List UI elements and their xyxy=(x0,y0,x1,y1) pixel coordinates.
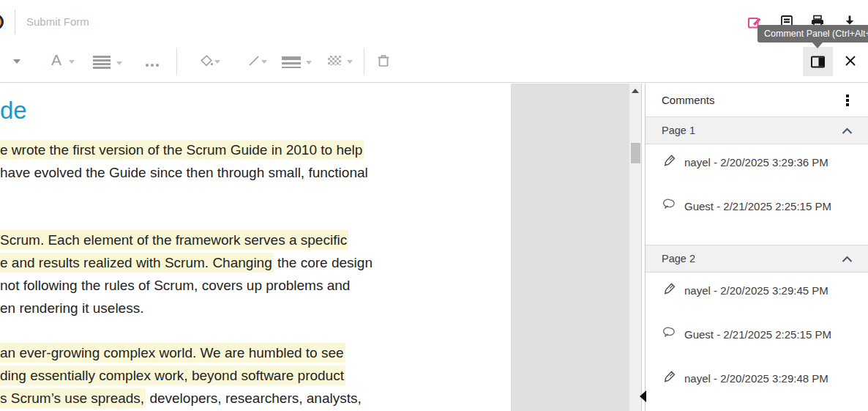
chevron-down-icon xyxy=(261,60,267,64)
highlight-annotation[interactable]: e wrote the first version of the Scrum G… xyxy=(0,140,364,160)
toolbar: Submit Form A xyxy=(0,0,868,83)
app-logo xyxy=(0,14,4,30)
highlight-annotation[interactable]: ding essentially complex work, beyond so… xyxy=(0,366,345,385)
ink-icon xyxy=(663,282,684,298)
toolbar-divider xyxy=(176,48,177,75)
plain-text: en rendering it useless. xyxy=(0,300,143,316)
font-style-button[interactable]: A xyxy=(50,51,76,72)
document-line: Scrum. Each element of the framework ser… xyxy=(0,231,348,250)
viewer-background xyxy=(511,84,629,411)
scroll-up-button[interactable] xyxy=(629,86,641,95)
stroke-style-button[interactable] xyxy=(241,53,267,70)
comment-item[interactable]: Guest - 2/21/2025 2:25:15 PM xyxy=(646,196,868,215)
comment-panel-icon xyxy=(810,55,826,69)
comments-menu-button[interactable] xyxy=(840,92,855,109)
close-icon xyxy=(843,53,858,68)
document-line: e and results realized with Scrum. Chang… xyxy=(0,253,373,273)
comments-panel-title: Comments xyxy=(662,94,715,106)
collapsed-tool-dropdown[interactable] xyxy=(12,57,23,66)
tooltip-arrow xyxy=(812,42,823,48)
delete-annotation-button[interactable] xyxy=(375,53,392,70)
chevron-down-icon xyxy=(116,62,122,65)
plain-text: the core design xyxy=(274,255,373,270)
document-line: have evolved the Guide since then throug… xyxy=(0,163,368,182)
document-line: ding essentially complex work, beyond so… xyxy=(0,366,345,385)
line-icon xyxy=(247,54,261,67)
chevron-down-icon xyxy=(69,60,75,64)
comment-item[interactable]: nayel - 2/20/2025 3:29:45 PM xyxy=(646,281,868,300)
comment-item[interactable]: Guest - 2/21/2025 2:25:15 PM xyxy=(646,325,868,344)
kebab-icon xyxy=(846,95,849,97)
comment-meta: nayel - 2/20/2025 3:29:48 PM xyxy=(684,372,828,385)
comment-bubble-icon xyxy=(663,326,684,342)
highlight-annotation[interactable]: an ever-growing complex world. We are hu… xyxy=(0,343,345,363)
submit-form-button[interactable]: Submit Form xyxy=(26,15,89,28)
panel-collapse-handle[interactable] xyxy=(640,390,646,402)
scrollbar-thumb[interactable] xyxy=(631,143,640,163)
document-scrollbar[interactable] xyxy=(629,84,642,411)
toolbar-divider xyxy=(364,48,364,75)
toolbar-divider xyxy=(15,10,15,34)
comment-meta: nayel - 2/20/2025 3:29:45 PM xyxy=(684,284,828,297)
triangle-up-icon xyxy=(632,89,639,93)
document-heading-fragment: de xyxy=(0,97,27,125)
plain-text: developers, researchers, analysts, xyxy=(146,390,362,406)
comments-panel: Comments Page 1nayel - 2/20/2025 3:29:36… xyxy=(645,84,868,411)
highlight-annotation[interactable]: Scrum. Each element of the framework ser… xyxy=(0,230,348,250)
tooltip: Comment Panel (Ctrl+Alt+0) xyxy=(757,25,868,42)
chevron-down-icon xyxy=(214,60,220,64)
more-tools-button[interactable] xyxy=(143,58,162,65)
page-section-label: Page 1 xyxy=(662,125,695,136)
pdf-annotator-app: Submit Form A xyxy=(0,0,868,411)
comment-meta: Guest - 2/21/2025 2:25:15 PM xyxy=(684,328,831,341)
document-line: en rendering it useless. xyxy=(0,299,143,318)
comment-panel-toggle-button[interactable] xyxy=(803,47,833,76)
document-page: de e wrote the first version of the Scru… xyxy=(0,84,511,411)
comment-item[interactable]: nayel - 2/20/2025 3:29:48 PM xyxy=(646,369,868,388)
border-thickness-button[interactable] xyxy=(282,55,313,70)
comments-panel-header: Comments xyxy=(646,84,868,116)
plain-text: have evolved the Guide since then throug… xyxy=(0,165,368,180)
page-section-label: Page 2 xyxy=(662,253,695,264)
plain-text: not following the rules of Scrum, covers… xyxy=(0,278,350,293)
trash-icon xyxy=(375,53,392,69)
comment-item[interactable]: nayel - 2/20/2025 3:29:36 PM xyxy=(646,152,868,171)
chevron-down-icon xyxy=(13,59,20,64)
text-align-button[interactable] xyxy=(93,56,125,69)
comment-meta: nayel - 2/20/2025 3:29:36 PM xyxy=(684,156,828,169)
page-section-header[interactable]: Page 2 xyxy=(646,245,868,273)
document-line: an ever-growing complex world. We are hu… xyxy=(0,344,345,363)
ink-icon xyxy=(663,154,684,170)
chevron-down-icon xyxy=(306,61,312,64)
page-section-header[interactable]: Page 1 xyxy=(646,116,868,144)
opacity-button[interactable] xyxy=(328,54,359,69)
document-line: s Scrum’s use spreads, developers, resea… xyxy=(0,389,362,408)
document-line: not following the rules of Scrum, covers… xyxy=(0,276,350,295)
fill-color-button[interactable] xyxy=(192,53,220,70)
close-button[interactable] xyxy=(842,53,858,70)
ink-icon xyxy=(663,370,684,386)
comment-bubble-icon xyxy=(663,198,684,214)
paint-bucket-icon xyxy=(199,53,214,68)
highlight-annotation[interactable]: s Scrum’s use spreads, xyxy=(0,388,146,408)
opacity-pattern-icon xyxy=(328,56,341,65)
font-icon: A xyxy=(51,51,61,69)
document-line: e wrote the first version of the Scrum G… xyxy=(0,141,364,160)
comment-meta: Guest - 2/21/2025 2:25:15 PM xyxy=(684,200,831,212)
chevron-down-icon xyxy=(347,60,353,64)
highlight-annotation[interactable]: e and results realized with Scrum. Chang… xyxy=(0,253,274,273)
